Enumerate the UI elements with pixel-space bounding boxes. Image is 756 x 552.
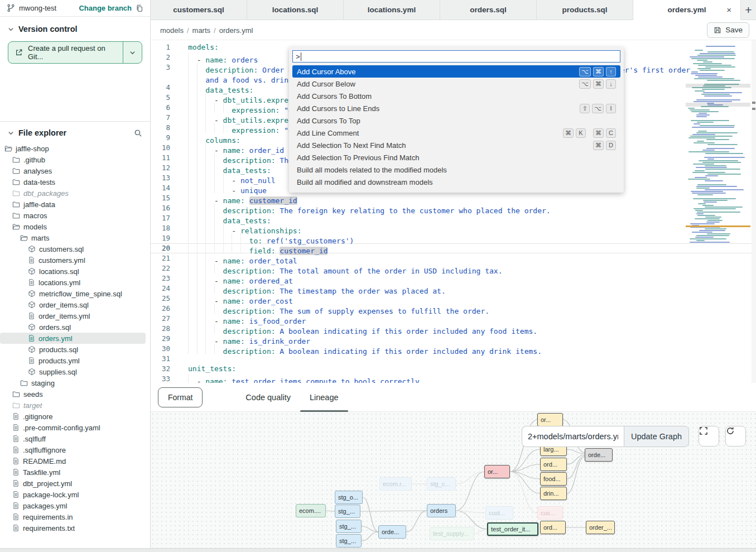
command-item[interactable]: Add Cursor Above⌥⌘↑ bbox=[292, 65, 620, 78]
update-graph-button[interactable]: Update Graph bbox=[624, 426, 689, 447]
lineage-node[interactable]: test_order_it... bbox=[487, 522, 538, 536]
change-branch-link[interactable]: Change branch bbox=[79, 4, 132, 12]
file-tree-item[interactable]: requirements.in bbox=[0, 511, 146, 522]
lineage-canvas[interactable]: ecom....stg_o...stg_...stg_...stg_...ord… bbox=[151, 412, 756, 548]
file-tree-item[interactable]: target bbox=[0, 400, 146, 411]
lineage-node[interactable]: or... bbox=[537, 413, 563, 426]
file-tree-item[interactable]: jaffle-data bbox=[0, 199, 146, 210]
file-tree-item[interactable]: orders.yml bbox=[0, 333, 146, 344]
command-item[interactable]: Add Selection To Next Find Match⌘D bbox=[292, 139, 620, 151]
file-tree-item[interactable]: customers.sql bbox=[0, 243, 146, 255]
tab-locations.sql[interactable]: locations.sql bbox=[247, 0, 344, 20]
code-line[interactable]: 26description: The sum of supply expense… bbox=[151, 304, 756, 314]
panel-tab-lineage[interactable]: Lineage bbox=[300, 383, 348, 412]
code-line[interactable]: 21- name: order_total bbox=[151, 253, 756, 263]
command-item[interactable]: Add Cursors to Line Ends⇧⌥I bbox=[292, 102, 620, 114]
file-tree-item[interactable]: packages.yml bbox=[0, 500, 146, 511]
lineage-node[interactable]: ord... bbox=[540, 458, 567, 471]
lineage-selector-input[interactable] bbox=[522, 426, 624, 447]
panel-tab-code-quality[interactable]: Code quality bbox=[236, 383, 300, 412]
lineage-node[interactable]: stg_... bbox=[336, 520, 362, 533]
code-line[interactable]: 22description: The total amount of the o… bbox=[151, 263, 756, 273]
file-tree-item[interactable]: metricflow_time_spine.sql bbox=[0, 288, 146, 299]
pr-dropdown-toggle[interactable] bbox=[123, 42, 142, 63]
command-item[interactable]: Add Selection To Previous Find Match bbox=[292, 151, 620, 164]
file-tree-item[interactable]: requirements.txt bbox=[0, 522, 146, 534]
file-tree-item[interactable]: order_items.sql bbox=[0, 299, 146, 310]
lineage-node[interactable]: food... bbox=[540, 472, 567, 486]
save-button[interactable]: Save bbox=[707, 22, 749, 38]
file-tree-item[interactable]: analyses bbox=[0, 165, 146, 176]
lineage-node[interactable]: ord... bbox=[540, 521, 566, 534]
command-palette-input[interactable]: > bbox=[292, 50, 620, 63]
file-tree-item[interactable]: macros bbox=[0, 210, 146, 221]
file-tree-item[interactable]: locations.sql bbox=[0, 266, 146, 277]
close-tab-icon[interactable]: × bbox=[726, 5, 731, 15]
command-item[interactable]: Add Cursors To Bottom bbox=[292, 90, 620, 102]
file-tree-item[interactable]: .pre-commit-config.yaml bbox=[0, 422, 146, 433]
lineage-node[interactable]: or... bbox=[484, 465, 510, 478]
breadcrumb-item[interactable]: orders.yml bbox=[219, 26, 253, 35]
command-item[interactable]: Add Line Comment⌘K⌘C bbox=[292, 127, 620, 139]
code-editor[interactable]: 1models:2- name: orders3description: Ord… bbox=[151, 40, 756, 383]
copy-icon[interactable] bbox=[136, 4, 143, 12]
file-tree-item[interactable]: README.md bbox=[0, 455, 146, 467]
command-item[interactable]: Add Cursors To Top bbox=[292, 114, 620, 127]
code-line[interactable]: 15- name: customer_id bbox=[151, 193, 756, 203]
file-tree-item[interactable]: locations.yml bbox=[0, 277, 146, 288]
file-tree-item[interactable]: data-tests bbox=[0, 176, 146, 188]
tab-customers.sql[interactable]: customers.sql bbox=[151, 0, 247, 20]
code-line[interactable]: 28description: A boolean indicating if t… bbox=[151, 324, 756, 334]
tab-products.sql[interactable]: products.sql bbox=[537, 0, 633, 20]
code-line[interactable]: 33- name: test_order_items_compute_to_bo… bbox=[151, 374, 756, 383]
format-button[interactable]: Format bbox=[158, 387, 203, 407]
file-tree-item[interactable]: seeds bbox=[0, 388, 146, 400]
command-item[interactable]: Add Cursor Below⌥⌘↓ bbox=[292, 78, 620, 90]
fullscreen-button[interactable] bbox=[699, 426, 719, 447]
lineage-node[interactable]: orde... bbox=[378, 525, 406, 539]
code-line[interactable]: 24description: The timestamp the order w… bbox=[151, 284, 756, 294]
lineage-node[interactable]: stg_o... bbox=[335, 491, 363, 504]
lineage-node[interactable]: cus... bbox=[537, 506, 563, 520]
breadcrumb-item[interactable]: marts bbox=[192, 26, 211, 35]
tab-locations.yml[interactable]: locations.yml bbox=[344, 0, 440, 20]
command-item[interactable]: Build all models related to the modified… bbox=[292, 164, 620, 176]
code-line[interactable]: 32unit_tests: bbox=[151, 364, 756, 374]
code-line[interactable]: 20field: customer_id bbox=[151, 243, 756, 253]
tab-orders.yml[interactable]: orders.yml× bbox=[633, 0, 741, 20]
file-tree-item[interactable]: Taskfile.yml bbox=[0, 467, 146, 478]
lineage-node[interactable]: test_supply... bbox=[430, 527, 474, 540]
chevron-down-icon[interactable] bbox=[8, 130, 14, 136]
lineage-node[interactable]: orde... bbox=[585, 448, 613, 462]
code-line[interactable]: 18- relationships: bbox=[151, 223, 756, 233]
chevron-down-icon[interactable] bbox=[8, 26, 14, 32]
file-tree-item[interactable]: models bbox=[0, 221, 146, 232]
lineage-node[interactable]: drin... bbox=[540, 487, 567, 500]
lineage-node[interactable]: orders bbox=[427, 504, 456, 517]
file-tree-item[interactable]: dbt_project.yml bbox=[0, 478, 146, 489]
file-tree-item[interactable]: jaffle-shop bbox=[0, 143, 146, 154]
search-icon[interactable] bbox=[134, 129, 142, 137]
create-pr-button[interactable]: Create a pull request on Git... bbox=[8, 41, 142, 64]
file-tree-item[interactable]: marts bbox=[0, 232, 146, 243]
file-tree-item[interactable]: order_items.yml bbox=[0, 310, 146, 321]
code-line[interactable]: 30description: A boolean indicating if t… bbox=[151, 344, 756, 354]
file-tree-item[interactable]: supplies.sql bbox=[0, 366, 146, 377]
minimap[interactable] bbox=[686, 46, 750, 250]
file-tree-item[interactable]: products.sql bbox=[0, 344, 146, 355]
lineage-node[interactable]: order_... bbox=[586, 521, 615, 534]
code-line[interactable]: 16description: The foreign key relating … bbox=[151, 203, 756, 213]
lineage-node[interactable]: stg_... bbox=[335, 505, 360, 518]
file-tree-item[interactable]: dbt_packages bbox=[0, 188, 146, 199]
tab-orders.sql[interactable]: orders.sql bbox=[440, 0, 537, 20]
lineage-node[interactable]: cust... bbox=[485, 506, 513, 520]
code-line[interactable]: 19to: ref('stg_customers') bbox=[151, 233, 756, 243]
file-tree-item[interactable]: package-lock.yml bbox=[0, 489, 146, 500]
command-item[interactable]: Build all modified and downstream models bbox=[292, 176, 620, 188]
new-tab-button[interactable]: + bbox=[741, 0, 756, 20]
file-tree-item[interactable]: .sqlfluff bbox=[0, 433, 146, 444]
lineage-node[interactable]: stg_c... bbox=[427, 477, 456, 491]
file-tree-item[interactable]: products.yml bbox=[0, 355, 146, 366]
file-tree-item[interactable]: staging bbox=[0, 377, 146, 388]
file-tree-item[interactable]: .github bbox=[0, 154, 146, 165]
